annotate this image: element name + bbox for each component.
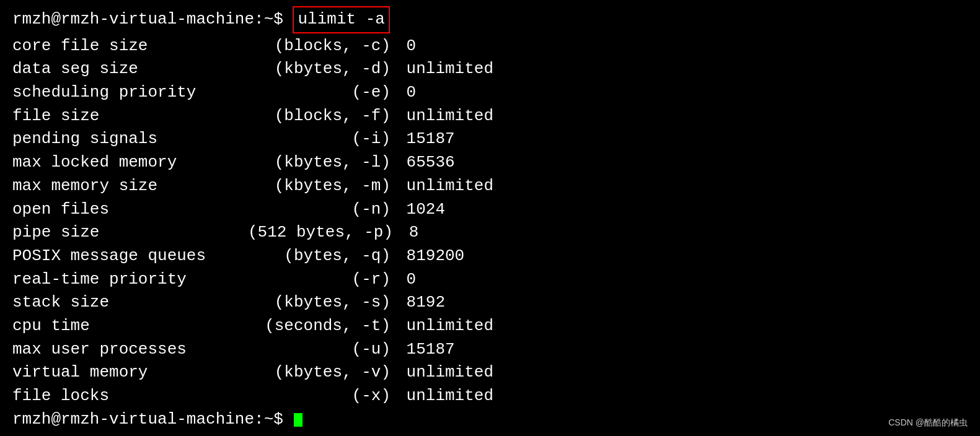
table-row: scheduling priority(-e) 0 (12, 81, 968, 105)
row-value: 0 (397, 35, 416, 58)
table-row: stack size(kbytes, -s) 8192 (12, 291, 968, 315)
row-unit: (-r) (248, 268, 397, 292)
table-row: real-time priority(-r) 0 (12, 268, 968, 292)
terminal-window: rmzh@rmzh-virtual-machine:~$ ulimit -a c… (0, 0, 980, 436)
row-unit: (-i) (248, 128, 397, 151)
row-label: file locks (12, 385, 248, 408)
row-label: pending signals (12, 128, 248, 151)
row-value: unlimited (397, 361, 493, 385)
row-value: unlimited (397, 175, 493, 198)
row-label: core file size (12, 35, 248, 58)
row-unit: (-n) (248, 198, 397, 222)
row-label: pipe size (12, 221, 248, 245)
row-value: unlimited (397, 315, 493, 338)
row-unit: (kbytes, -v) (248, 361, 397, 385)
row-unit: (512 bytes, -p) (248, 221, 399, 245)
row-label: max memory size (12, 175, 248, 198)
table-row: file locks(-x) unlimited (12, 385, 968, 408)
table-row: core file size(blocks, -c) 0 (12, 35, 968, 58)
table-row: open files(-n) 1024 (12, 198, 968, 222)
output-rows: core file size(blocks, -c) 0data seg siz… (12, 35, 968, 408)
prompt-line: rmzh@rmzh-virtual-machine:~$ ulimit -a (12, 6, 968, 33)
row-label: open files (12, 198, 248, 222)
row-label: real-time priority (12, 268, 248, 292)
row-unit: (bytes, -q) (248, 245, 397, 268)
table-row: file size(blocks, -f) unlimited (12, 105, 968, 128)
row-label: file size (12, 105, 248, 128)
row-label: max user processes (12, 338, 248, 362)
row-label: cpu time (12, 315, 248, 338)
row-unit: (kbytes, -l) (248, 151, 397, 175)
row-label: scheduling priority (12, 81, 248, 105)
table-row: max locked memory(kbytes, -l) 65536 (12, 151, 968, 175)
watermark: CSDN @酷酷的橘虫 (888, 417, 968, 429)
row-unit: (-e) (248, 81, 397, 105)
table-row: POSIX message queues(bytes, -q) 819200 (12, 245, 968, 268)
row-unit: (seconds, -t) (248, 315, 397, 338)
row-label: virtual memory (12, 361, 248, 385)
prompt-text: rmzh@rmzh-virtual-machine:~$ (12, 8, 293, 32)
row-value: 8192 (397, 291, 445, 315)
row-unit: (blocks, -c) (248, 35, 397, 58)
row-value: 15187 (397, 338, 455, 362)
table-row: pending signals(-i) 15187 (12, 128, 968, 151)
row-unit: (-x) (248, 385, 397, 408)
table-row: pipe size(512 bytes, -p) 8 (12, 221, 968, 245)
cursor-block (294, 413, 302, 427)
table-row: data seg size(kbytes, -d) unlimited (12, 58, 968, 81)
row-value: unlimited (397, 105, 493, 128)
row-value: 8 (399, 221, 418, 245)
row-unit: (kbytes, -d) (248, 58, 397, 81)
row-value: 0 (397, 81, 416, 105)
row-unit: (-u) (248, 338, 397, 362)
row-label: data seg size (12, 58, 248, 81)
row-value: unlimited (397, 385, 493, 408)
row-unit: (kbytes, -s) (248, 291, 397, 315)
table-row: cpu time(seconds, -t) unlimited (12, 315, 968, 338)
table-row: max memory size(kbytes, -m) unlimited (12, 175, 968, 198)
row-value: 0 (397, 268, 416, 292)
table-row: max user processes(-u) 15187 (12, 338, 968, 362)
row-value: 1024 (397, 198, 445, 222)
row-label: POSIX message queues (12, 245, 248, 268)
row-unit: (blocks, -f) (248, 105, 397, 128)
table-row: virtual memory(kbytes, -v) unlimited (12, 361, 968, 385)
row-value: 65536 (397, 151, 455, 175)
row-label: max locked memory (12, 151, 248, 175)
row-value: unlimited (397, 58, 493, 81)
row-label: stack size (12, 291, 248, 315)
row-value: 819200 (397, 245, 464, 268)
row-value: 15187 (397, 128, 455, 151)
command-box: ulimit -a (293, 6, 389, 33)
next-prompt: rmzh@rmzh-virtual-machine:~$ (12, 408, 293, 432)
cursor-line: rmzh@rmzh-virtual-machine:~$ (12, 408, 968, 432)
row-unit: (kbytes, -m) (248, 175, 397, 198)
